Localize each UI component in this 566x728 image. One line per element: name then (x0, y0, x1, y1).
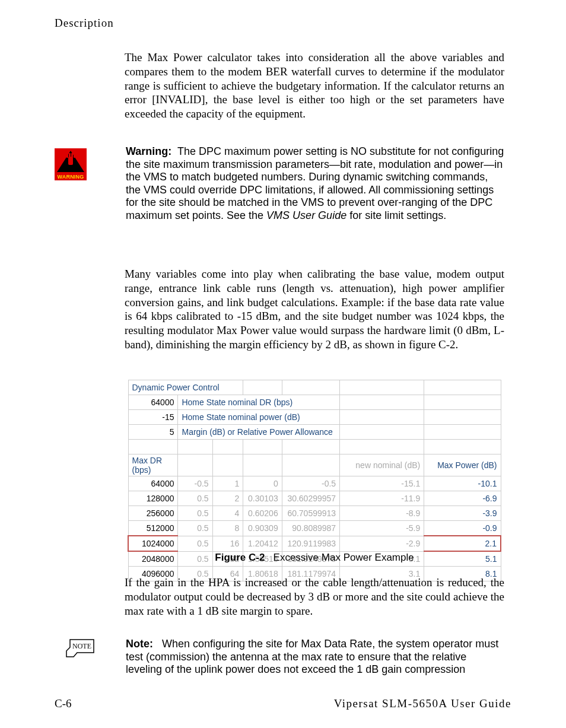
note-icon: NOTE (65, 639, 96, 659)
col-header-newnom: new nominal (dB) (340, 454, 424, 476)
figure-text: Excessive Max Power Example (274, 552, 414, 563)
cell-dr: 128000 (128, 491, 178, 506)
table-title: Dynamic Power Control (128, 380, 243, 395)
svg-rect-4 (69, 153, 71, 158)
cell-b: 16 (212, 536, 243, 551)
paragraph-1: The Max Power calculator takes into cons… (125, 50, 504, 121)
cell-nom: -5.9 (340, 521, 424, 536)
table-row: 1280000.520.3010330.60299957-11.9-6.9 (128, 491, 501, 506)
warning-icon-label: WARNING (55, 173, 87, 180)
cell-a: -0.5 (178, 476, 212, 491)
cell-nom: -2.9 (340, 536, 424, 551)
table-row: 64000-0.510-0.5-15.1-10.1 (128, 476, 501, 491)
cell-a: 0.5 (178, 521, 212, 536)
svg-rect-6 (74, 154, 75, 158)
col-header-maxpower: Max Power (dB) (424, 454, 501, 476)
note-text: Note: When configuring the site for Max … (126, 638, 505, 676)
cell-d: -0.5 (282, 476, 339, 491)
input-1-value: -15 (128, 410, 178, 425)
input-2-label: Margin (dB) or Relative Power Allowance (178, 425, 340, 440)
cell-b: 2 (212, 491, 243, 506)
cell-d: 60.70599913 (282, 506, 339, 521)
cell-dr: 1024000 (128, 536, 178, 551)
dpc-table-wrap: Dynamic Power Control 64000 Home State n… (128, 380, 501, 581)
cell-a: 0.5 (178, 491, 212, 506)
note-block: NOTE Note: When configuring the site for… (55, 638, 505, 676)
figure-label: Figure C-2 (215, 552, 265, 563)
cell-dr: 64000 (128, 476, 178, 491)
paragraph-2: Many variables come into play when calib… (125, 267, 504, 352)
table-row: 2560000.540.6020660.70599913-8.9-3.9 (128, 506, 501, 521)
input-2-value: 5 (128, 425, 178, 440)
input-0-label: Home State nominal DR (bps) (178, 395, 340, 410)
cell-max: -0.9 (424, 521, 501, 536)
cell-c: 1.20412 (243, 536, 282, 551)
cell-b: 8 (212, 521, 243, 536)
warning-label: Warning: (126, 145, 171, 157)
warning-body-italic: VMS User Guide (266, 209, 346, 221)
note-label: Note: (126, 638, 153, 650)
warning-body-2: for site limit settings. (346, 209, 446, 221)
col-header-maxdr: Max DR (bps) (128, 454, 178, 476)
cell-d: 90.8089987 (282, 521, 339, 536)
cell-max: -6.9 (424, 491, 501, 506)
cell-nom: -15.1 (340, 476, 424, 491)
warning-block: WARNING Warning: The DPC maximum power s… (55, 145, 505, 222)
cell-c: 0 (243, 476, 282, 491)
cell-d: 120.9119983 (282, 536, 339, 551)
svg-rect-2 (68, 157, 73, 165)
page-number: C-6 (55, 697, 72, 710)
cell-c: 0.90309 (243, 521, 282, 536)
input-0-value: 64000 (128, 395, 178, 410)
cell-b: 4 (212, 506, 243, 521)
section-header: Description (55, 17, 114, 30)
table-row: 5120000.580.9030990.8089987-5.9-0.9 (128, 521, 501, 536)
cell-c: 0.30103 (243, 491, 282, 506)
svg-rect-5 (71, 153, 73, 158)
cell-max: -10.1 (424, 476, 501, 491)
cell-d: 30.60299957 (282, 491, 339, 506)
footer-guide-title: Vipersat SLM-5650A User Guide (334, 697, 511, 710)
input-1-label: Home State nominal power (dB) (178, 410, 340, 425)
svg-text:NOTE: NOTE (72, 642, 91, 650)
cell-nom: -11.9 (340, 491, 424, 506)
note-body: When configuring the site for Max Data R… (126, 638, 498, 675)
cell-nom: -8.9 (340, 506, 424, 521)
figure-caption: Figure C-2 Excessive Max Power Example (125, 552, 504, 564)
paragraph-3: If the gain in the HPA is increased or t… (125, 576, 504, 618)
cell-dr: 512000 (128, 521, 178, 536)
cell-max: 2.1 (424, 536, 501, 551)
cell-a: 0.5 (178, 536, 212, 551)
cell-c: 0.60206 (243, 506, 282, 521)
table-row: 10240000.5161.20412120.9119983-2.92.1 (128, 536, 501, 551)
cell-max: -3.9 (424, 506, 501, 521)
dpc-table: Dynamic Power Control 64000 Home State n… (128, 380, 501, 581)
warning-text: Warning: The DPC maximum power setting i… (126, 145, 505, 222)
cell-a: 0.5 (178, 506, 212, 521)
cell-dr: 256000 (128, 506, 178, 521)
warning-icon: WARNING (55, 148, 88, 177)
svg-rect-3 (66, 154, 68, 158)
cell-b: 1 (212, 476, 243, 491)
